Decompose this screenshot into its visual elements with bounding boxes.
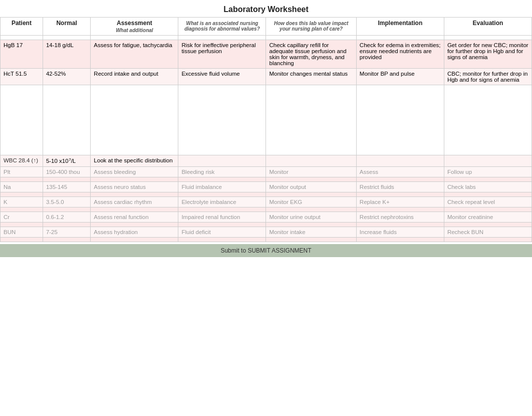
cell-assessment xyxy=(91,192,178,197)
cell-how xyxy=(266,192,356,197)
cell-implementation xyxy=(356,155,444,167)
cell-assessment xyxy=(91,177,178,182)
cell-evaluation xyxy=(444,207,531,212)
cell-patient: K xyxy=(1,197,43,207)
cell-assessment: Assess bleeding xyxy=(91,167,178,177)
cell-nursing xyxy=(178,36,266,40)
cell-nursing: Fluid deficit xyxy=(178,227,266,238)
worksheet-table: Patient Normal Assessment What additiona… xyxy=(0,17,532,242)
cell-evaluation: Check labs xyxy=(444,182,531,192)
cell-assessment: Assess renal function xyxy=(91,212,178,223)
cell-normal: 14-18 g/dL xyxy=(43,40,90,69)
cell-nursing xyxy=(178,177,266,182)
table-row: Plt150-400 thouAssess bleedingBleeding r… xyxy=(1,167,532,177)
cell-implementation xyxy=(356,238,444,242)
cell-evaluation xyxy=(444,155,531,167)
col-header-evaluation: Evaluation xyxy=(444,18,531,36)
table-row: WBC 28.4 (↑)5-10 x10⁷/LLook at the speci… xyxy=(1,155,532,167)
cell-nursing xyxy=(178,238,266,242)
cell-patient: Plt xyxy=(1,167,43,177)
cell-patient: HcT 51.5 xyxy=(1,69,43,85)
col-header-assessment: Assessment What additional xyxy=(91,18,178,36)
cell-assessment: Assess hydration xyxy=(91,227,178,238)
cell-how: Monitor changes mental status xyxy=(266,69,356,85)
cell-evaluation: Check repeat level xyxy=(444,197,531,207)
cell-how xyxy=(266,207,356,212)
cell-nursing: Risk for ineffective peripheral tissue p… xyxy=(178,40,266,69)
table-row: HgB 1714-18 g/dLAssess for fatigue, tach… xyxy=(1,40,532,69)
cell-nursing: Impaired renal function xyxy=(178,212,266,223)
cell-implementation: Check for edema in extremities; ensure n… xyxy=(356,40,444,69)
table-row: HcT 51.542-52%Record intake and outputEx… xyxy=(1,69,532,85)
cell-nursing: Electrolyte imbalance xyxy=(178,197,266,207)
cell-normal: 0.6-1.2 xyxy=(43,212,90,223)
cell-nursing xyxy=(178,155,266,167)
cell-normal: 150-400 thou xyxy=(43,167,90,177)
cell-evaluation: Recheck BUN xyxy=(444,227,531,238)
cell-patient: Na xyxy=(1,182,43,192)
cell-evaluation xyxy=(444,192,531,197)
cell-assessment: Record intake and output xyxy=(91,69,178,85)
cell-assessment: Assess for fatigue, tachycardia xyxy=(91,40,178,69)
cell-how xyxy=(266,155,356,167)
cell-how: Check capillary refill for adequate tiss… xyxy=(266,40,356,69)
cell-evaluation xyxy=(444,36,531,40)
cell-normal xyxy=(43,192,90,197)
cell-implementation xyxy=(356,207,444,212)
cell-patient: Cr xyxy=(1,212,43,223)
cell-implementation: Restrict nephrotoxins xyxy=(356,212,444,223)
table-row xyxy=(1,36,532,40)
cell-patient: HgB 17 xyxy=(1,40,43,69)
cell-normal: 7-25 xyxy=(43,227,90,238)
cell-implementation: Assess xyxy=(356,167,444,177)
cell-nursing: Excessive fluid volume xyxy=(178,69,266,85)
cell-assessment: Look at the specific distribution xyxy=(91,155,178,167)
page-title: Laboratory Worksheet xyxy=(0,0,532,17)
cell-nursing: Fluid imbalance xyxy=(178,182,266,192)
table-row: Na135-145Assess neuro statusFluid imbala… xyxy=(1,182,532,192)
cell-how: Monitor xyxy=(266,167,356,177)
cell-assessment: Assess neuro status xyxy=(91,182,178,192)
cell-evaluation xyxy=(444,177,531,182)
cell-evaluation: Follow up xyxy=(444,167,531,177)
cell-evaluation xyxy=(444,238,531,242)
table-row: BUN7-25Assess hydrationFluid deficitMoni… xyxy=(1,227,532,238)
cell-assessment: Assess cardiac rhythm xyxy=(91,197,178,207)
cell-implementation: Restrict fluids xyxy=(356,182,444,192)
cell-assessment xyxy=(91,36,178,40)
cell-implementation xyxy=(356,177,444,182)
cell-normal: 3.5-5.0 xyxy=(43,197,90,207)
cell-how xyxy=(266,177,356,182)
cell-normal xyxy=(43,223,90,227)
cell-evaluation: CBC; monitor for further drop in Hgb and… xyxy=(444,69,531,85)
cell-implementation: Monitor BP and pulse xyxy=(356,69,444,85)
cell-nursing xyxy=(178,223,266,227)
cell-how xyxy=(266,223,356,227)
cell-normal xyxy=(43,177,90,182)
table-row: K3.5-5.0Assess cardiac rhythmElectrolyte… xyxy=(1,197,532,207)
col-header-how: How does this lab value impact your nurs… xyxy=(266,18,356,36)
col-header-nursing: What is an associated nursing diagnosis … xyxy=(178,18,266,36)
cell-patient xyxy=(1,177,43,182)
cell-evaluation xyxy=(444,223,531,227)
cell-normal: 135-145 xyxy=(43,182,90,192)
cell-normal: 5-10 x10⁷/L xyxy=(43,155,90,167)
cell-implementation xyxy=(356,36,444,40)
cell-how: Monitor intake xyxy=(266,227,356,238)
cell-how: Monitor urine output xyxy=(266,212,356,223)
cell-how: Monitor output xyxy=(266,182,356,192)
cell-how xyxy=(266,36,356,40)
footer-bar[interactable]: Submit to SUBMIT ASSIGNMENT xyxy=(0,244,532,257)
col-header-patient: Patient xyxy=(1,18,43,36)
spacer-row xyxy=(1,85,532,155)
cell-nursing: Bleeding risk xyxy=(178,167,266,177)
table-row: Cr0.6-1.2Assess renal functionImpaired r… xyxy=(1,212,532,223)
table-row xyxy=(1,192,532,197)
cell-evaluation: Monitor creatinine xyxy=(444,212,531,223)
table-row xyxy=(1,207,532,212)
cell-patient xyxy=(1,207,43,212)
table-header: Patient Normal Assessment What additiona… xyxy=(1,18,532,36)
cell-implementation xyxy=(356,192,444,197)
cell-normal xyxy=(43,238,90,242)
cell-how: Monitor EKG xyxy=(266,197,356,207)
